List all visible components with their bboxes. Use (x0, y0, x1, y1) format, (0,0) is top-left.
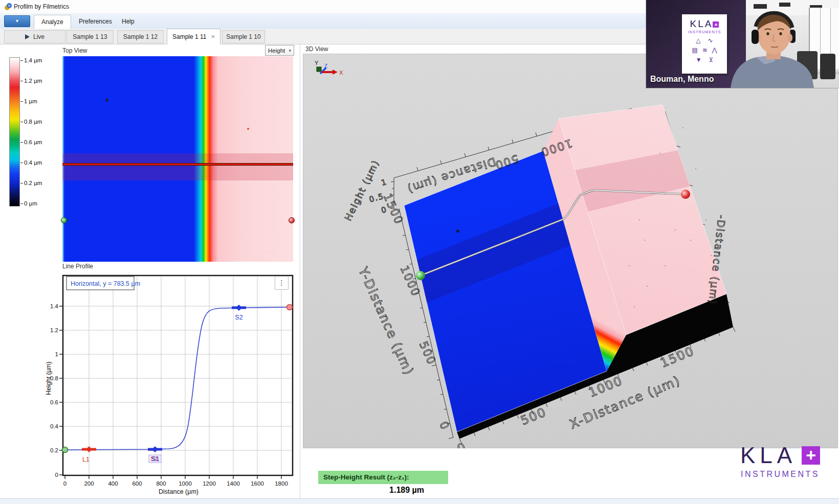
chevron-down-icon: ▾ (16, 18, 18, 24)
colorbar-label: 0.8 µm (20, 118, 42, 125)
chart-menu-button[interactable]: ⋮ (275, 276, 289, 290)
height-colorbar (9, 57, 20, 207)
svg-text:0: 0 (63, 480, 67, 487)
instrument-icons-row: ▤ ≋ ⋀ (682, 47, 727, 54)
kla-logo: KLA + INSTRUMENTS (729, 443, 831, 479)
probe-tip-icon: ▼ (696, 56, 702, 63)
kebab-icon: ⋮ (278, 279, 285, 287)
presenter-name: Bouman, Menno (650, 75, 714, 84)
surface-defect-dot (105, 99, 108, 102)
window-title: Profilm by Filmetrics (14, 3, 69, 10)
close-tab-icon[interactable]: × (211, 33, 215, 40)
profile-line[interactable] (62, 163, 293, 166)
step-height-result-label: Step-Height Result (z₂-z₁): (318, 471, 448, 484)
threed-view[interactable]: Y Z X (303, 54, 838, 448)
pane-divider[interactable] (300, 44, 300, 498)
tab-label: Sample 1 10 (226, 33, 260, 40)
svg-text:1000: 1000 (179, 480, 192, 487)
profile-start-handle[interactable] (61, 217, 67, 223)
profile-start-handle-3d[interactable] (416, 271, 425, 280)
tab-sample-1-10[interactable]: Sample 1 10 (222, 30, 265, 43)
optical-profiler-icon: ∿ (708, 37, 713, 44)
colorbar-label: 1.4 µm (20, 57, 42, 64)
stage-icon: ▤ (692, 47, 697, 54)
application-window: Profilm by Filmetrics ▾ Analyze Preferen… (0, 0, 839, 504)
tab-label: Sample 1 13 (73, 33, 107, 40)
tab-label: Sample 1 11 (172, 33, 207, 40)
colorbar-label: 0.4 µm (20, 159, 42, 166)
kla-plus-icon: + (802, 446, 820, 465)
tick (20, 183, 23, 184)
app-menu-button[interactable]: ▾ (4, 15, 30, 27)
menu-item-help[interactable]: Help (115, 15, 142, 28)
instrument-icons-row: ▼ ⊻ (682, 56, 727, 63)
colorbar-label: 0.6 µm (20, 139, 42, 146)
menu-item-preferences[interactable]: Preferences (72, 15, 119, 28)
colorbar-label: 1 µm (20, 98, 37, 105)
svg-text:0: 0 (55, 472, 58, 478)
profile-end-handle[interactable] (289, 217, 295, 223)
svg-text:1600: 1600 (251, 480, 264, 487)
curve-start-handle[interactable] (62, 447, 68, 453)
x-tick-labels: 0 200 400 600 800 1000 1200 1400 1600 18… (63, 480, 288, 487)
tab-sample-1-12[interactable]: Sample 1 12 (117, 30, 164, 43)
svg-text:800: 800 (156, 480, 166, 487)
svg-text:1.4: 1.4 (50, 303, 59, 309)
x-axis-label: Distance (µm) (159, 488, 198, 495)
tick (20, 122, 23, 122)
svg-text:S1: S1 (151, 455, 159, 463)
tab-live[interactable]: Live (4, 30, 65, 43)
tick (20, 142, 23, 143)
colorbar-label: 0.2 µm (20, 179, 42, 187)
tab-label: Sample 1 12 (123, 33, 158, 40)
webcam-overlay: KLA+ INSTRUMENTS △ ∿ ▤ ≋ ⋀ ▼ ⊻ Bouman, M… (646, 0, 839, 88)
kla-instruments-card: KLA+ INSTRUMENTS △ ∿ ▤ ≋ ⋀ ▼ ⊻ (682, 14, 727, 74)
status-strip (0, 498, 839, 504)
tick (20, 60, 23, 61)
profile-end-handle-3d[interactable] (681, 190, 690, 199)
svg-text:1.2: 1.2 (50, 327, 58, 333)
svg-text:0.6: 0.6 (50, 399, 58, 405)
y-axis-label: Height (µm) (45, 361, 52, 395)
step-height-result-value: 1.189 µm (361, 486, 453, 495)
tick (20, 81, 23, 81)
eye (779, 32, 782, 35)
svg-text:200: 200 (84, 480, 94, 487)
top-view-title: Top View (62, 47, 87, 54)
svg-text:0.2: 0.2 (50, 447, 58, 453)
stylus-profiler-icon: △ (696, 37, 700, 44)
eye (766, 32, 769, 35)
roughness-icon: ⋀ (712, 47, 717, 54)
kla-card-brand: KLA+ (682, 19, 727, 29)
svg-text:Y: Y (315, 60, 319, 66)
surface-defect-dot (456, 230, 459, 233)
height-mode-select[interactable]: Height ▾ (265, 45, 294, 56)
menu-item-analyze[interactable]: Analyze (34, 15, 71, 29)
app-icon (4, 3, 12, 11)
colorbar-label: 1.2 µm (20, 77, 42, 84)
kla-logo-subtitle: INSTRUMENTS (729, 470, 831, 479)
svg-text:L1: L1 (82, 456, 90, 463)
line-profile-title: Line Profile (62, 263, 93, 270)
top-view-heatmap[interactable] (62, 56, 293, 262)
tick (20, 203, 23, 204)
kla-logo-text: KLA (740, 443, 797, 468)
tab-label: Live (33, 33, 45, 40)
svg-text:X: X (339, 70, 343, 76)
tab-sample-1-13[interactable]: Sample 1 13 (67, 30, 114, 43)
line-profile-chart[interactable]: 0 200 400 600 800 1000 1200 1400 1600 18… (43, 273, 299, 498)
svg-text:0.4: 0.4 (50, 423, 59, 429)
ear (787, 34, 792, 42)
layers-icon: ≋ (702, 47, 708, 54)
instrument-icons-row: △ ∿ (682, 37, 727, 44)
headphone-earcup-left (752, 30, 759, 44)
threed-view-title: 3D View (305, 45, 328, 53)
svg-text:600: 600 (132, 480, 142, 487)
tick (20, 101, 23, 102)
curve-end-handle[interactable] (287, 305, 293, 310)
tab-sample-1-11[interactable]: Sample 1 11 × (167, 29, 220, 44)
svg-text:1400: 1400 (227, 480, 240, 487)
surface-defect-dot (247, 128, 249, 130)
svg-text:1: 1 (55, 351, 58, 357)
profile-selection-band[interactable] (62, 153, 293, 180)
